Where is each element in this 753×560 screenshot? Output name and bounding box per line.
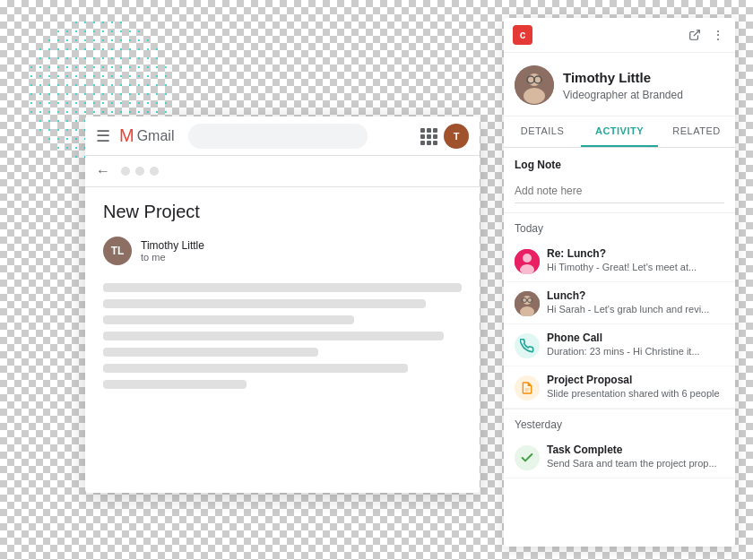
check-icon: [515, 445, 540, 470]
nav-dot-3: [150, 167, 159, 176]
gmail-topbar: ☰ M Gmail T: [85, 116, 480, 156]
activity-title-task: Task Complete: [547, 444, 724, 456]
sender-name: Timothy Little: [141, 239, 204, 252]
gmail-back-button[interactable]: ←: [96, 163, 110, 179]
profile-info: Timothy Little Videographer at Branded: [563, 69, 683, 101]
gmail-content: New Project TL Timothy Little to me: [85, 187, 480, 403]
activity-title-proposal: Project Proposal: [547, 374, 724, 386]
today-label: Today: [504, 213, 735, 240]
nav-dot-2: [135, 167, 144, 176]
activity-title-lunch: Lunch?: [547, 289, 724, 302]
phone-icon: [515, 333, 540, 358]
log-note-title: Log Note: [515, 159, 724, 171]
activity-avatar-lunch: [515, 291, 540, 316]
gmail-logo: M Gmail: [119, 125, 174, 146]
svg-line-0: [694, 30, 699, 36]
grid-dot: [420, 134, 425, 139]
gmail-m-icon: M: [119, 125, 134, 146]
activity-preview-task: Send Sara and team the project prop...: [547, 458, 724, 469]
gmail-window: ☰ M Gmail T ←: [85, 116, 480, 493]
crm-header-icons: ⋮: [687, 27, 726, 43]
activity-item-relunch[interactable]: Re: Lunch? Hi Timothy - Great! Let's mee…: [504, 240, 735, 282]
email-line: [103, 348, 318, 357]
grid-dot: [427, 128, 431, 133]
yesterday-section: Yesterday Task Complete Send Sara and te…: [504, 409, 735, 478]
profile-avatar: [515, 65, 554, 105]
gmail-sender-row: TL Timothy Little to me: [103, 237, 462, 265]
profile-title: Videographer at Branded: [563, 89, 683, 101]
gmail-menu-icon[interactable]: ☰: [96, 126, 110, 146]
activity-title-relunch: Re: Lunch?: [547, 247, 724, 260]
gmail-nav-dots: [121, 167, 159, 176]
svg-point-3: [524, 88, 545, 104]
grid-dot: [433, 134, 437, 139]
nav-dot-1: [121, 167, 130, 176]
grid-dot: [420, 141, 425, 145]
activity-content-phone: Phone Call Duration: 23 mins - Hi Christ…: [547, 332, 724, 357]
gmail-user-avatar[interactable]: T: [444, 124, 469, 149]
activity-preview-relunch: Hi Timothy - Great! Let's meet at...: [547, 262, 724, 272]
sender-avatar: TL: [103, 237, 132, 265]
log-note-input[interactable]: [515, 178, 724, 203]
gmail-grid-icon[interactable]: [420, 128, 437, 144]
gmail-search-bar[interactable]: [188, 124, 368, 149]
sender-info: Timothy Little to me: [141, 239, 204, 263]
tab-details[interactable]: DETAILS: [504, 116, 581, 147]
crm-logo-text: c: [520, 29, 526, 41]
grid-dot: [433, 141, 437, 145]
activity-title-phone: Phone Call: [547, 332, 724, 344]
gmail-right-icons: T: [420, 124, 469, 149]
activity-preview-proposal: Slide presentation shared with 6 people: [547, 388, 724, 399]
activity-content-proposal: Project Proposal Slide presentation shar…: [547, 374, 724, 399]
activity-content-lunch: Lunch? Hi Sarah - Let's grab lunch and r…: [547, 289, 724, 314]
grid-dot: [420, 128, 425, 133]
email-line: [103, 364, 408, 373]
email-title: New Project: [103, 202, 462, 222]
log-note-section: Log Note: [504, 148, 735, 213]
activity-item-task[interactable]: Task Complete Send Sara and team the pro…: [504, 436, 735, 478]
activity-preview-phone: Duration: 23 mins - Hi Christine it...: [547, 346, 724, 357]
crm-panel: c ⋮ Ti: [504, 18, 735, 547]
grid-dot: [427, 134, 431, 139]
activity-item-phone[interactable]: Phone Call Duration: 23 mins - Hi Christ…: [504, 324, 735, 366]
gmail-label: Gmail: [137, 128, 175, 144]
crm-logo: c: [513, 25, 532, 45]
activity-content-task: Task Complete Send Sara and team the pro…: [547, 444, 724, 469]
activity-item-lunch[interactable]: Lunch? Hi Sarah - Let's grab lunch and r…: [504, 282, 735, 324]
crm-header: c ⋮: [504, 18, 735, 53]
gmail-body: ← New Project TL Timothy Little to me: [85, 156, 480, 403]
grid-dot: [427, 141, 431, 145]
activity-content-relunch: Re: Lunch? Hi Timothy - Great! Let's mee…: [547, 247, 724, 272]
email-line: [103, 315, 354, 324]
tab-related[interactable]: RELATED: [658, 116, 735, 147]
sender-to: to me: [141, 252, 204, 263]
email-line: [103, 332, 444, 340]
activity-item-proposal[interactable]: Project Proposal Slide presentation shar…: [504, 366, 735, 409]
external-link-icon[interactable]: [687, 27, 703, 43]
grid-dot: [433, 128, 437, 133]
yesterday-label: Yesterday: [504, 409, 735, 436]
gmail-nav-row: ←: [85, 156, 480, 187]
gmail-email-lines: [103, 283, 462, 389]
profile-name: Timothy Little: [563, 69, 683, 87]
crm-profile: Timothy Little Videographer at Branded: [504, 53, 735, 116]
email-line: [103, 380, 247, 389]
svg-point-8: [523, 254, 532, 263]
activity-avatar-relunch: [515, 249, 540, 274]
crm-tabs: DETAILS ACTIVITY RELATED: [504, 116, 735, 148]
email-line: [103, 283, 462, 292]
more-options-icon[interactable]: ⋮: [710, 27, 726, 43]
tab-activity[interactable]: ACTIVITY: [581, 116, 658, 147]
crm-activity-body: Log Note Today Re: Lunch? Hi Timothy - G…: [504, 148, 735, 547]
document-icon: [515, 375, 540, 401]
email-line: [103, 299, 426, 308]
activity-preview-lunch: Hi Sarah - Let's grab lunch and revi...: [547, 304, 724, 314]
